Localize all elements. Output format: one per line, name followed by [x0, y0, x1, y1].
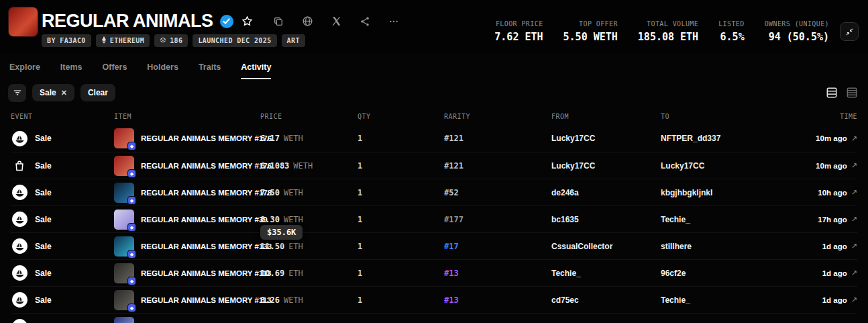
- item-thumbnail[interactable]: ◆: [114, 128, 134, 148]
- website-globe-icon[interactable]: [302, 15, 313, 27]
- collection-avatar[interactable]: [8, 7, 38, 37]
- tab-explore[interactable]: Explore: [9, 62, 40, 79]
- transaction-link[interactable]: 1d ago ↗: [822, 242, 857, 250]
- tab-traits[interactable]: Traits: [199, 62, 221, 79]
- rarity-rank[interactable]: #177: [444, 215, 464, 224]
- external-link-icon: ↗: [851, 134, 857, 143]
- item-cell[interactable]: ◆ REGULAR ANIMALS MEMORY #113: [114, 263, 260, 283]
- collection-badges: BY FA3AC0 ETHEREUM 186 LAUNCHED DEC 2025…: [42, 34, 305, 47]
- table-row[interactable]: Sale ◆ REGULAR ANIMALS MEMORY #50 10.75 …: [11, 313, 857, 323]
- item-name[interactable]: REGULAR ANIMALS MEMORY #176: [141, 162, 272, 170]
- price-amount: 10.69: [260, 269, 284, 278]
- to-account[interactable]: stillhere: [661, 242, 771, 251]
- price-currency: ETH: [288, 269, 303, 278]
- rarity-rank[interactable]: #13: [444, 269, 459, 278]
- tab-offers[interactable]: Offers: [103, 62, 127, 79]
- item-cell[interactable]: ◆ REGULAR ANIMALS MEMORY #133: [114, 236, 260, 257]
- from-account[interactable]: Lucky17CC: [551, 134, 661, 143]
- remove-filter-icon[interactable]: ✕: [61, 89, 67, 97]
- item-thumbnail[interactable]: ◆: [114, 236, 134, 257]
- item-name[interactable]: REGULAR ANIMALS MEMORY #39: [141, 216, 268, 224]
- to-account[interactable]: kbgjhbgkljnkl: [661, 188, 771, 197]
- creator-badge[interactable]: BY FA3AC0: [42, 34, 91, 47]
- rarity-rank[interactable]: #121: [444, 161, 464, 171]
- from-account[interactable]: Techie_: [551, 269, 661, 278]
- item-cell[interactable]: ◆ REGULAR ANIMALS MEMORY #176: [114, 128, 260, 148]
- price-cell: 7.50 WETH: [260, 188, 358, 197]
- item-cell[interactable]: ◆ REGULAR ANIMALS MEMORY #113: [114, 290, 260, 310]
- rarity-rank[interactable]: #13: [444, 295, 459, 305]
- item-name[interactable]: REGULAR ANIMALS MEMORY #133: [141, 242, 272, 250]
- transaction-link[interactable]: 1d ago ↗: [822, 269, 857, 277]
- rarity-rank[interactable]: #52: [444, 188, 459, 197]
- transaction-link[interactable]: 1d ago ↗: [822, 295, 857, 304]
- to-account[interactable]: Techie_: [661, 215, 771, 224]
- table-row[interactable]: Sale ◆ REGULAR ANIMALS MEMORY #113 10.69…: [11, 259, 857, 286]
- rarity-rank[interactable]: #121: [444, 134, 464, 143]
- to-account[interactable]: Techie_: [661, 295, 771, 305]
- opensea-sale-icon: [11, 291, 28, 309]
- stat-total-volume: TOTAL VOLUME 185.08 ETH: [638, 20, 698, 43]
- event-type-label: Sale: [35, 188, 52, 197]
- table-row[interactable]: Sale ◆ REGULAR ANIMALS MEMORY #176 6.17 …: [11, 125, 857, 152]
- table-row[interactable]: Sale ◆ REGULAR ANIMALS MEMORY #178 7.50 …: [11, 179, 857, 205]
- table-row[interactable]: Sale ◆ REGULAR ANIMALS MEMORY #133 11.50…: [11, 232, 857, 259]
- column-header-rarity: RARITY: [444, 113, 551, 120]
- tab-items[interactable]: Items: [60, 62, 83, 79]
- stat-label: TOP OFFER: [579, 20, 618, 28]
- item-thumbnail[interactable]: ◆: [114, 156, 134, 176]
- stat-listed: LISTED 6.5%: [718, 20, 745, 43]
- item-thumbnail[interactable]: ◆: [114, 290, 134, 310]
- item-cell[interactable]: ◆ REGULAR ANIMALS MEMORY #50: [114, 317, 260, 323]
- from-account[interactable]: bc1635: [551, 215, 661, 224]
- price-currency: WETH: [284, 188, 303, 197]
- item-name[interactable]: REGULAR ANIMALS MEMORY #178: [141, 189, 272, 197]
- watchlist-star-icon[interactable]: [241, 15, 253, 27]
- from-account[interactable]: cd75ec: [551, 295, 661, 305]
- eth-badge-icon: ◆: [127, 196, 136, 205]
- item-cell[interactable]: ◆ REGULAR ANIMALS MEMORY #39: [114, 210, 260, 230]
- chain-badge[interactable]: ETHEREUM: [96, 34, 150, 47]
- item-thumbnail[interactable]: ◆: [114, 263, 134, 283]
- column-header-from: FROM: [551, 113, 661, 120]
- item-name[interactable]: REGULAR ANIMALS MEMORY #113: [141, 296, 271, 304]
- transaction-link[interactable]: 17h ago ↗: [818, 215, 857, 224]
- transaction-link[interactable]: 10h ago ↗: [818, 188, 857, 197]
- items-count-badge[interactable]: 186: [154, 34, 188, 47]
- item-name[interactable]: REGULAR ANIMALS MEMORY #113: [141, 269, 271, 277]
- table-row[interactable]: Sale ◆ REGULAR ANIMALS MEMORY #39 8.30 W…: [11, 205, 857, 232]
- table-row[interactable]: Sale ◆ REGULAR ANIMALS MEMORY #176 6.108…: [11, 152, 857, 179]
- item-thumbnail[interactable]: ◆: [114, 317, 134, 323]
- from-account[interactable]: de246a: [551, 188, 661, 197]
- compact-view-icon[interactable]: [845, 86, 859, 99]
- transaction-link[interactable]: 10m ago ↗: [816, 134, 857, 143]
- from-account[interactable]: Lucky17CC: [551, 161, 661, 171]
- transaction-link[interactable]: 10m ago ↗: [816, 161, 857, 170]
- copy-address-icon[interactable]: [273, 16, 284, 27]
- clear-filters-button[interactable]: Clear: [80, 84, 115, 101]
- tab-holders[interactable]: Holders: [147, 62, 178, 79]
- rarity-rank[interactable]: #17: [444, 242, 459, 251]
- item-thumbnail[interactable]: ◆: [114, 183, 134, 203]
- quantity: 1: [358, 269, 444, 278]
- usd-price-tooltip: $35.6K: [260, 225, 303, 240]
- to-account[interactable]: NFTPER_dd337: [661, 134, 771, 143]
- filter-button[interactable]: [8, 84, 26, 102]
- to-account[interactable]: Lucky17CC: [661, 161, 771, 171]
- more-options-icon[interactable]: [388, 16, 399, 27]
- list-view-icon[interactable]: [825, 86, 838, 99]
- category-badge[interactable]: ART: [282, 34, 305, 47]
- collapse-stats-button[interactable]: [840, 22, 859, 41]
- price-amount: 8.30: [260, 215, 280, 224]
- from-account[interactable]: CssualCollector: [551, 242, 661, 251]
- x-twitter-icon[interactable]: [331, 16, 341, 26]
- item-cell[interactable]: ◆ REGULAR ANIMALS MEMORY #178: [114, 183, 260, 203]
- item-cell[interactable]: ◆ REGULAR ANIMALS MEMORY #176: [114, 156, 260, 176]
- tab-activity[interactable]: Activity: [241, 62, 271, 79]
- filter-chip-sale[interactable]: Sale ✕: [32, 84, 74, 101]
- table-row[interactable]: Sale ◆ REGULAR ANIMALS MEMORY #113 8.26 …: [11, 286, 857, 313]
- share-icon[interactable]: [360, 16, 370, 27]
- item-thumbnail[interactable]: ◆: [114, 210, 134, 230]
- item-name[interactable]: REGULAR ANIMALS MEMORY #176: [141, 134, 272, 142]
- to-account[interactable]: 96cf2e: [661, 269, 771, 278]
